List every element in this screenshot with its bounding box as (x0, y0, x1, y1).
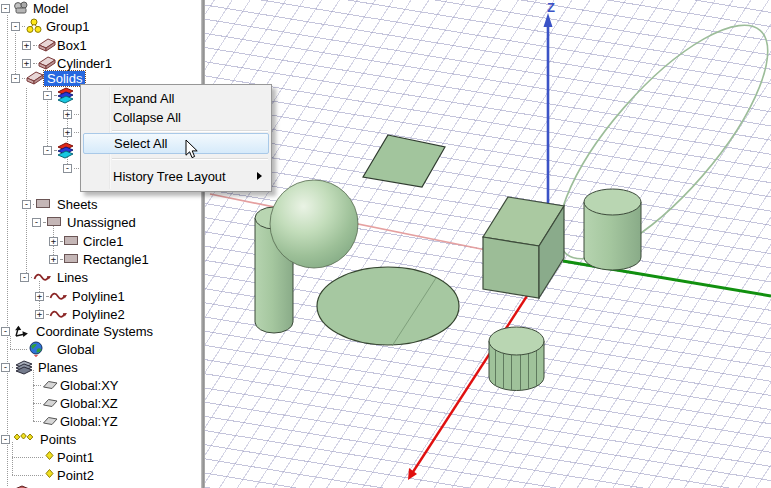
tree-toggle-expand[interactable]: + (63, 128, 72, 137)
tree-item-global-xz[interactable]: Global:XZ (60, 396, 118, 411)
tree-item-global-xy[interactable]: Global:XY (60, 378, 119, 393)
tree-item-polyline2[interactable]: Polyline2 (72, 307, 125, 322)
tree-toggle-collapse[interactable]: - (1, 4, 10, 13)
model-tree: -Model-Group1+Box1+Cylinder1-Solids-++--… (0, 0, 201, 488)
tree-item-sheets[interactable]: Sheets (57, 197, 97, 212)
tree-toggle-expand[interactable]: + (49, 237, 58, 246)
coordinate-axes-icon (12, 323, 29, 339)
tree-toggle-collapse[interactable]: - (43, 91, 52, 100)
tree-connector-line (33, 403, 41, 405)
tree-connector-line (60, 241, 62, 243)
tree-toggle-expand[interactable]: + (35, 310, 44, 319)
tree-item-polyline1[interactable]: Polyline1 (72, 289, 125, 304)
tree-toggle-collapse[interactable]: - (1, 327, 10, 336)
line-icon (33, 269, 49, 285)
rectangle-sheet[interactable] (363, 135, 445, 187)
tree-toggle-collapse[interactable]: - (43, 146, 52, 155)
sheet-icon (63, 251, 79, 267)
tree-item-rectangle1[interactable]: Rectangle1 (83, 252, 149, 267)
tree-toggle-expand[interactable]: + (35, 292, 44, 301)
tree-toggle-collapse[interactable]: - (11, 74, 20, 83)
menu-item-select-all[interactable]: Select All (83, 133, 269, 154)
group-icon (26, 18, 42, 34)
plane-icon (42, 413, 58, 429)
planes-stack-icon (14, 359, 34, 375)
solid-icon (26, 70, 42, 86)
tree-item-circle1[interactable]: Circle1 (83, 234, 123, 249)
sphere-solid[interactable] (270, 180, 358, 268)
tree-item-lines[interactable]: Lines (57, 270, 88, 285)
polyline-icon (49, 288, 68, 303)
z-axis-arrowhead (544, 13, 553, 27)
tree-connector-line (31, 277, 32, 279)
modeler-viewport[interactable]: Z (205, 0, 771, 488)
sheet-icon (35, 196, 51, 212)
tree-item-unassigned[interactable]: Unassigned (67, 215, 136, 230)
tree-item-model[interactable]: Model (33, 1, 68, 16)
plane-icon (42, 377, 59, 391)
tree-toggle-collapse[interactable]: - (32, 218, 41, 227)
menu-item-history-tree-layout[interactable]: History Tree Layout (83, 165, 269, 187)
sheet-icon (46, 214, 62, 230)
plane-icon (42, 413, 59, 427)
stack-icon (57, 87, 73, 103)
tree-item-box1[interactable]: Box1 (57, 38, 87, 53)
tree-item-points[interactable]: Points (40, 432, 76, 447)
tree-toggle-expand[interactable]: + (22, 41, 31, 50)
polyhedron-solid[interactable] (489, 327, 544, 391)
solid-part-icon (38, 37, 56, 52)
tree-connector-line (54, 95, 56, 97)
tree-toggle-collapse[interactable]: - (1, 435, 10, 444)
tree-toggle-collapse[interactable]: - (1, 363, 10, 372)
line-icon (49, 306, 65, 322)
menu-item-collapse-all[interactable]: Collapse All (83, 108, 269, 127)
tree-toggle-collapse[interactable]: - (22, 200, 31, 209)
sheet-icon (63, 251, 80, 266)
menu-item-expand-all[interactable]: Expand All (83, 89, 269, 108)
tree-item-planes[interactable]: Planes (38, 360, 78, 375)
tree-toggle-expand[interactable]: + (63, 110, 72, 119)
solids-stack-icon (57, 142, 74, 159)
axes-icon (12, 323, 28, 339)
tree-toggle-collapse[interactable]: - (63, 164, 72, 173)
tree-connector-line (54, 150, 56, 152)
tree-toggle-collapse[interactable]: - (11, 22, 20, 31)
points-icon (13, 431, 34, 444)
scene-canvas[interactable]: Z (205, 0, 771, 488)
tree-toggle-expand[interactable]: + (22, 59, 31, 68)
group-icon (26, 18, 42, 34)
box-solid[interactable] (483, 197, 564, 298)
tree-connector-line (60, 259, 62, 261)
tree-connector-line (33, 63, 37, 65)
plane-icon (42, 395, 59, 409)
cylinder2-solid[interactable] (584, 189, 641, 270)
circle-sheet[interactable] (317, 267, 459, 346)
tree-toggle-collapse[interactable]: - (20, 273, 29, 282)
tree-item-global[interactable]: Global (57, 342, 95, 357)
tree-connector-line (33, 385, 41, 387)
tree-connector-line (26, 88, 28, 277)
tree-item-point1[interactable]: Point1 (57, 450, 94, 465)
line-icon (49, 288, 65, 304)
planes-icon (14, 359, 30, 375)
panel-splitter[interactable] (201, 0, 205, 488)
menu-separator (112, 130, 268, 131)
z-axis-label: Z (547, 0, 555, 15)
lists-icon (13, 484, 29, 488)
polyline-icon (49, 306, 68, 321)
model-icon (13, 0, 29, 16)
tree-connector-line (15, 33, 17, 78)
tree-item-point2[interactable]: Point2 (57, 468, 94, 483)
lists-icon (13, 484, 30, 488)
tree-item-cylinder1[interactable]: Cylinder1 (57, 56, 112, 71)
tree-item-group1[interactable]: Group1 (46, 19, 89, 34)
tree-connector-line (22, 78, 25, 80)
tree-connector-line (33, 370, 35, 421)
tree-connector-line (43, 222, 45, 224)
tree-item-global-yz[interactable]: Global:YZ (60, 414, 118, 429)
tree-item-coordinate-systems[interactable]: Coordinate Systems (36, 324, 153, 339)
solid-icon (38, 37, 54, 53)
tree-connector-line (33, 204, 34, 206)
points-icon (13, 431, 29, 447)
tree-toggle-expand[interactable]: + (49, 255, 58, 264)
